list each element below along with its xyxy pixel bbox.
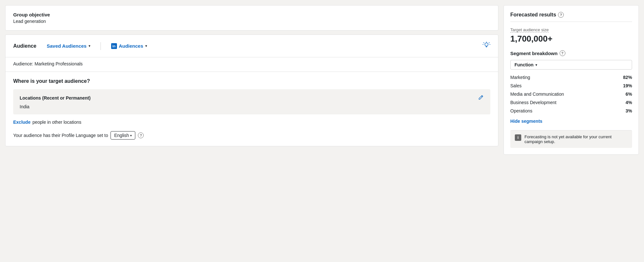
segment-pct: 3% [626,108,632,113]
profile-language-prefix: Your audience has their Profile Language… [13,133,108,138]
lightbulb-icon [483,41,490,49]
function-dropdown-label: Function [514,62,533,67]
segment-row: Business Development4% [510,100,632,105]
segment-name: Media and Communication [510,92,564,97]
language-help-icon[interactable]: ? [138,132,144,138]
locations-value: India [20,104,484,109]
forecasted-title: Forecasted results ? [510,12,632,22]
segment-name: Business Development [510,100,556,105]
audiences-chevron-icon: ▾ [145,44,147,48]
target-section: Where is your target audience? Locations… [5,72,498,146]
linkedin-in-icon: in [111,43,117,49]
audiences-label: Audiences [119,43,143,49]
segment-breakdown-header: Segment breakdown ? [510,50,632,56]
segment-rows: Marketing82%Sales19%Media and Communicat… [510,75,632,113]
saved-audiences-chevron-icon: ▾ [89,44,90,48]
target-size-label: Target audience size [510,27,549,33]
exclude-row: Exclude people in other locations [13,120,490,125]
audience-label: Audience [13,43,36,49]
language-chevron-icon: ▾ [130,134,132,137]
info-icon: i [515,134,521,141]
segment-row: Operations3% [510,108,632,113]
forecasted-help-icon[interactable]: ? [558,12,564,18]
hide-segments-button[interactable]: Hide segments [510,119,543,124]
audience-header: Audience Saved Audiences ▾ in Audiences … [5,35,498,57]
segment-row: Media and Communication6% [510,92,632,97]
group-objective-title: Group objective [13,12,490,17]
language-selector[interactable]: English ▾ [111,131,135,140]
language-value: English [114,133,129,138]
segment-name: Marketing [510,75,530,80]
segment-pct: 19% [623,83,632,88]
forecasting-notice-text: Forecasting is not yet available for you… [524,134,628,144]
segment-name: Operations [510,108,532,113]
target-question: Where is your target audience? [13,78,490,84]
saved-audiences-button[interactable]: Saved Audiences ▾ [44,42,93,50]
saved-audiences-label: Saved Audiences [47,43,87,49]
svg-point-0 [485,43,488,46]
forecasting-notice: i Forecasting is not yet available for y… [510,130,632,148]
function-dropdown[interactable]: Function ▾ [510,60,632,70]
header-divider [101,42,101,50]
exclude-link[interactable]: Exclude [13,120,31,125]
segment-pct: 4% [626,100,632,105]
segment-name: Sales [510,83,522,88]
lightbulb-icon-button[interactable] [483,41,490,51]
sidebar: Forecasted results ? Target audience siz… [504,5,639,257]
audience-subtitle: Audience: Marketing Professionals [5,57,498,72]
linkedin-audiences-button[interactable]: in Audiences ▾ [109,42,149,50]
segment-breakdown-help-icon[interactable]: ? [560,50,565,56]
segment-breakdown-label: Segment breakdown [510,51,558,56]
locations-box: Locations (Recent or Permanent) India [13,89,490,114]
segment-row: Sales19% [510,83,632,88]
segment-row: Marketing82% [510,75,632,80]
exclude-description: people in other locations [33,120,82,125]
locations-header: Locations (Recent or Permanent) [20,94,484,102]
profile-language-row: Your audience has their Profile Language… [13,131,490,140]
group-objective-card: Group objective Lead generation [5,5,498,31]
segment-pct: 82% [623,75,632,80]
forecasted-card: Forecasted results ? Target audience siz… [504,5,639,155]
locations-title: Locations (Recent or Permanent) [20,95,91,101]
function-chevron-icon: ▾ [535,63,537,67]
segment-pct: 6% [626,92,632,97]
target-size-value: 1,700,000+ [510,34,632,44]
forecasted-title-text: Forecasted results [510,12,556,18]
group-objective-value: Lead generation [13,19,490,24]
audience-card: Audience Saved Audiences ▾ in Audiences … [5,34,498,146]
edit-location-button[interactable] [478,94,484,102]
pencil-icon [478,94,484,100]
